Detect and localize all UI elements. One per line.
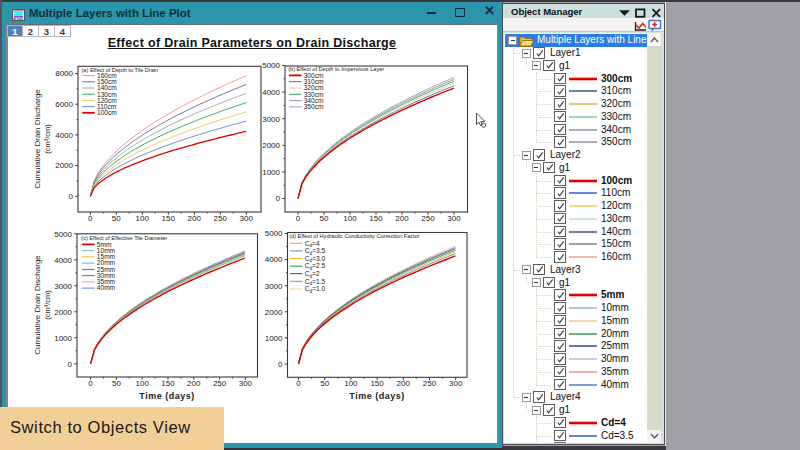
svg-text:5000: 5000: [262, 61, 280, 70]
svg-text:0: 0: [88, 379, 93, 388]
svg-text:4000: 4000: [54, 256, 72, 265]
svg-text:5000: 5000: [265, 229, 283, 238]
svg-text:300: 300: [449, 379, 463, 388]
svg-text:4000: 4000: [262, 88, 280, 97]
svg-text:100: 100: [136, 379, 150, 388]
svg-text:0: 0: [278, 360, 283, 369]
svg-text:(b) Effect of Depth to Impervi: (b) Effect of Depth to Impervious Layer: [288, 66, 384, 72]
svg-text:150: 150: [370, 379, 384, 388]
svg-text:0: 0: [276, 194, 281, 203]
svg-text:2000: 2000: [55, 161, 73, 170]
svg-text:200: 200: [188, 214, 202, 223]
svg-text:2000: 2000: [262, 141, 280, 150]
svg-text:150: 150: [369, 214, 383, 223]
svg-text:200: 200: [395, 214, 409, 223]
svg-text:(cm³/cm): (cm³/cm): [43, 124, 52, 154]
svg-text:4000: 4000: [55, 131, 73, 140]
svg-text:100: 100: [136, 214, 150, 223]
svg-text:300: 300: [239, 379, 253, 388]
svg-text:3000: 3000: [265, 282, 283, 291]
svg-text:100: 100: [344, 379, 358, 388]
svg-text:2000: 2000: [54, 308, 72, 317]
svg-text:50: 50: [112, 379, 121, 388]
svg-text:350cm: 350cm: [304, 103, 324, 110]
svg-text:Time (days): Time (days): [349, 391, 404, 401]
svg-text:5000: 5000: [54, 230, 72, 239]
svg-text:200: 200: [187, 379, 201, 388]
svg-text:(cm³/cm): (cm³/cm): [43, 290, 52, 320]
svg-text:4000: 4000: [265, 255, 283, 264]
svg-text:1000: 1000: [265, 334, 283, 343]
svg-text:Cd=1.0: Cd=1.0: [305, 285, 326, 294]
svg-text:(c) Effect of Effective Tile D: (c) Effect of Effective Tile Diameter: [81, 235, 167, 241]
svg-text:1000: 1000: [54, 334, 72, 343]
svg-text:150: 150: [161, 379, 175, 388]
svg-text:100: 100: [343, 214, 357, 223]
svg-text:(d) Effect of Hydraulic Conduc: (d) Effect of Hydraulic Conductivity Cor…: [289, 233, 420, 239]
svg-text:250: 250: [213, 379, 227, 388]
svg-text:250: 250: [214, 214, 228, 223]
svg-text:0: 0: [68, 360, 73, 369]
svg-text:0: 0: [88, 214, 93, 223]
svg-text:0: 0: [69, 192, 74, 201]
svg-text:50: 50: [112, 214, 121, 223]
svg-text:100cm: 100cm: [97, 109, 117, 116]
svg-text:2000: 2000: [265, 308, 283, 317]
svg-text:250: 250: [421, 214, 435, 223]
svg-text:8000: 8000: [55, 69, 73, 78]
svg-text:0: 0: [296, 379, 301, 388]
svg-text:6000: 6000: [55, 100, 73, 109]
svg-text:Cumulative Drain Discharge: Cumulative Drain Discharge: [33, 89, 42, 189]
svg-text:50: 50: [320, 379, 329, 388]
svg-text:300: 300: [447, 214, 461, 223]
svg-text:Cumulative Drain Discharge: Cumulative Drain Discharge: [33, 255, 42, 355]
svg-text:200: 200: [397, 379, 411, 388]
svg-text:3000: 3000: [54, 282, 72, 291]
svg-text:40mm: 40mm: [97, 284, 116, 291]
svg-text:0: 0: [296, 214, 301, 223]
svg-text:Time (days): Time (days): [139, 391, 194, 401]
svg-text:(a) Effect of Depth to Tile Dr: (a) Effect of Depth to Tile Drain: [82, 67, 159, 73]
svg-text:150: 150: [162, 214, 176, 223]
svg-text:50: 50: [320, 214, 329, 223]
svg-text:3000: 3000: [262, 115, 280, 124]
svg-text:300: 300: [240, 214, 254, 223]
svg-text:250: 250: [423, 379, 437, 388]
svg-text:1000: 1000: [262, 168, 280, 177]
